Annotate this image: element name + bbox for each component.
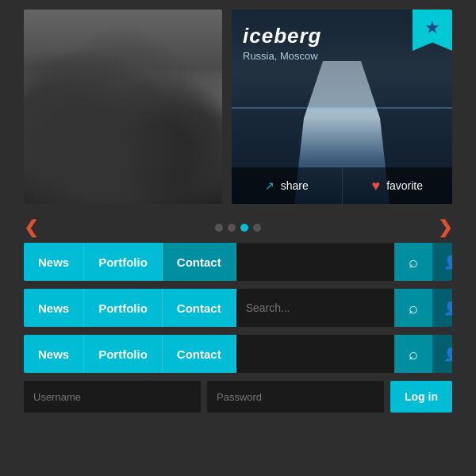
nav-search-area-2 xyxy=(236,289,394,327)
nav-link-portfolio-1[interactable]: Portfolio xyxy=(84,243,163,281)
nav-bar-3: News Portfolio Contact xyxy=(24,335,452,373)
card-title: iceberg xyxy=(243,24,322,48)
user-icon-3 xyxy=(443,346,452,363)
share-button[interactable]: share xyxy=(232,167,343,204)
username-input[interactable] xyxy=(24,381,201,413)
dot-1[interactable] xyxy=(215,224,223,232)
nav-search-button-3[interactable] xyxy=(394,335,432,373)
nav-link-news-2[interactable]: News xyxy=(24,289,84,327)
card-title-area: iceberg Russia, Moscow xyxy=(243,24,322,62)
nav-links-2: News Portfolio Contact xyxy=(24,289,236,327)
water-line xyxy=(232,107,452,109)
card-actions: share favorite xyxy=(232,167,452,204)
rocks-image xyxy=(24,10,222,204)
nav-link-portfolio-3[interactable]: Portfolio xyxy=(84,335,163,373)
search-icon-3 xyxy=(409,345,418,363)
nav-search-button-1[interactable] xyxy=(394,243,432,281)
password-input[interactable] xyxy=(207,381,384,413)
user-icon-1 xyxy=(443,254,452,271)
user-icon-2 xyxy=(443,300,452,317)
nav-link-contact-1[interactable]: Contact xyxy=(163,243,236,281)
rocks-image-bg xyxy=(24,10,222,204)
search-icon-1 xyxy=(409,253,418,271)
share-label: share xyxy=(281,179,309,192)
nav-link-contact-3[interactable]: Contact xyxy=(163,335,236,373)
next-button[interactable]: ❯ xyxy=(438,217,452,238)
dot-3[interactable] xyxy=(240,224,248,232)
favorite-button[interactable]: favorite xyxy=(343,167,453,204)
dot-4[interactable] xyxy=(253,224,261,232)
nav-link-news-1[interactable]: News xyxy=(24,243,84,281)
slider-card-right: iceberg Russia, Moscow share favorite xyxy=(232,10,452,204)
nav-user-button-3[interactable] xyxy=(432,335,452,373)
slider-image-left xyxy=(24,10,222,204)
nav-search-button-2[interactable] xyxy=(394,289,432,327)
nav-search-input-1[interactable] xyxy=(236,255,394,268)
iceberg-image: iceberg Russia, Moscow share favorite xyxy=(232,10,452,204)
nav-link-contact-2[interactable]: Contact xyxy=(163,289,236,327)
favorite-label: favorite xyxy=(386,179,423,192)
search-icon-2 xyxy=(409,299,418,317)
nav-user-button-2[interactable] xyxy=(432,289,452,327)
share-icon xyxy=(265,179,274,192)
nav-search-input-2[interactable] xyxy=(236,301,394,314)
heart-icon xyxy=(371,178,380,194)
login-button[interactable]: Log in xyxy=(390,381,452,413)
nav-search-input-3[interactable] xyxy=(236,347,394,360)
slider-section: iceberg Russia, Moscow share favorite xyxy=(0,0,476,214)
prev-button[interactable]: ❮ xyxy=(24,217,38,238)
nav-search-area-1 xyxy=(236,243,394,281)
dot-2[interactable] xyxy=(228,224,236,232)
card-subtitle: Russia, Moscow xyxy=(243,50,322,62)
slider-controls: ❮ ❯ xyxy=(0,214,476,243)
nav-links-1: News Portfolio Contact xyxy=(24,243,236,281)
nav-links-3: News Portfolio Contact xyxy=(24,335,236,373)
nav-user-button-1[interactable] xyxy=(432,243,452,281)
nav-link-news-3[interactable]: News xyxy=(24,335,84,373)
star-icon xyxy=(424,17,440,38)
nav-search-area-3 xyxy=(236,335,394,373)
nav-bar-2: News Portfolio Contact xyxy=(24,289,452,327)
login-row: Log in xyxy=(24,381,452,413)
nav-bar-1: News Portfolio Contact xyxy=(24,243,452,281)
nav-link-portfolio-2[interactable]: Portfolio xyxy=(84,289,163,327)
